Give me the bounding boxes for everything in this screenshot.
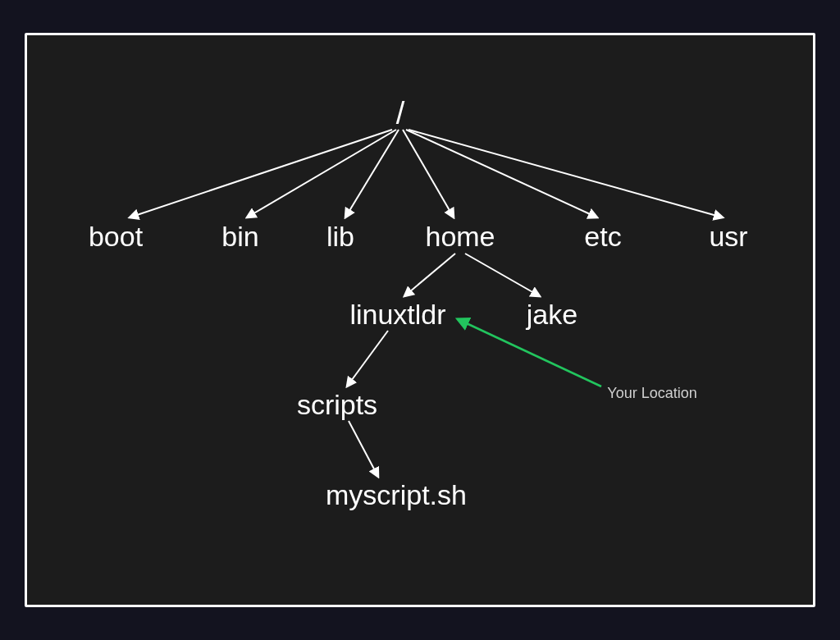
node-root: / <box>396 96 405 131</box>
node-scripts: scripts <box>297 389 377 421</box>
node-linuxtldr: linuxtldr <box>349 299 445 331</box>
arrow-root-bin <box>247 130 396 217</box>
node-myscript: myscript.sh <box>326 479 467 511</box>
arrow-root-home <box>403 130 454 217</box>
arrow-scripts-myscript <box>349 421 378 477</box>
arrow-home-jake <box>465 254 540 296</box>
arrow-linuxtldr-scripts <box>347 331 388 386</box>
label-your-location: Your Location <box>607 385 696 402</box>
node-lib: lib <box>326 221 354 253</box>
node-boot: boot <box>89 221 143 253</box>
arrow-root-usr <box>409 130 723 217</box>
node-bin: bin <box>221 221 258 253</box>
arrow-home-linuxtldr <box>404 254 455 296</box>
node-etc: etc <box>584 221 621 253</box>
node-home: home <box>425 221 495 253</box>
diagram-frame: / boot bin lib home etc usr linuxtldr ja… <box>25 33 815 607</box>
node-jake: jake <box>527 299 578 331</box>
node-usr: usr <box>709 221 747 253</box>
